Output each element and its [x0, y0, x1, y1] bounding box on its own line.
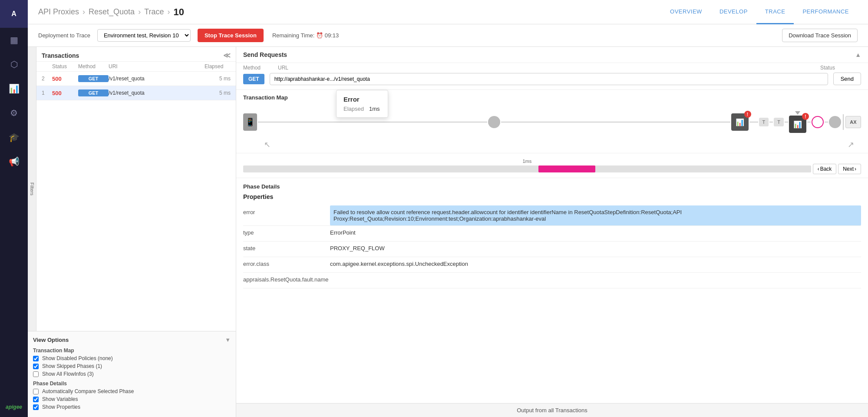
- timeline-track[interactable]: [243, 165, 811, 172]
- checkbox-compare-phase: Automatically Compare Selected Phase: [33, 388, 231, 394]
- row-elapsed: 5 ms: [205, 76, 231, 82]
- row-method: GET: [78, 75, 109, 82]
- status-col-label: Status: [820, 65, 835, 71]
- nav-overview[interactable]: OVERVIEW: [661, 0, 711, 24]
- nav-develop[interactable]: DEVELOP: [711, 0, 756, 24]
- deployment-select[interactable]: Environment test, Revision 10: [97, 29, 191, 42]
- nav-performance[interactable]: PERFORMANCE: [794, 0, 858, 24]
- download-trace-button[interactable]: Download Trace Session: [782, 29, 858, 42]
- method-badge[interactable]: GET: [243, 74, 264, 84]
- view-options-collapse[interactable]: ▼: [225, 337, 231, 343]
- phase-details: Phase Details Properties error Failed to…: [236, 178, 868, 403]
- tooltip-elapsed-value: 1ms: [369, 106, 380, 112]
- timeline-ms-label: 1ms: [522, 158, 531, 164]
- right-arrow: ↗: [848, 140, 854, 149]
- prop-row-fault-name: appraisals.ResetQuota.fault.name: [243, 273, 861, 288]
- checkbox-compare-phase-input[interactable]: [33, 389, 39, 394]
- pink-circle-node[interactable]: [812, 116, 824, 128]
- checkbox-disabled-policies: Show Disabled Policies (none): [33, 355, 231, 361]
- bar-chart-node-1[interactable]: 📊 !: [731, 113, 749, 131]
- apigee-logo: apigee: [6, 404, 22, 410]
- toolbar: Deployment to Trace Environment test, Re…: [28, 24, 868, 47]
- row-elapsed: 5 ms: [205, 90, 231, 96]
- checkbox-all-flowinfos-label: Show All FlowInfos (3): [42, 371, 94, 377]
- next-button[interactable]: Next ›: [838, 164, 861, 174]
- back-button[interactable]: ‹ Back: [813, 164, 837, 174]
- connector: [785, 122, 788, 122]
- breadcrumb-api-proxies[interactable]: API Proxies: [38, 7, 79, 17]
- t-box-2[interactable]: T: [774, 118, 784, 126]
- row-num: 1: [42, 90, 52, 96]
- nav-trace[interactable]: TRACE: [756, 0, 794, 24]
- checkbox-show-variables-input[interactable]: [33, 397, 39, 402]
- col-elapsed: Elapsed: [205, 63, 231, 70]
- checkbox-skipped-phases-label: Show Skipped Phases (1): [42, 363, 102, 369]
- checkbox-show-properties: Show Properties: [33, 404, 231, 410]
- remaining-time: 09:13: [325, 32, 339, 39]
- dashboard-icon[interactable]: ▦: [0, 28, 28, 52]
- breadcrumb-trace[interactable]: Trace: [144, 7, 164, 17]
- connector: [749, 122, 758, 122]
- send-button[interactable]: Send: [833, 73, 861, 85]
- filters-bar[interactable]: Filters: [28, 47, 36, 331]
- prop-row-error: error Failed to resolve allow count refe…: [243, 205, 861, 226]
- checkbox-all-flowinfos-input[interactable]: [33, 371, 39, 377]
- checkbox-disabled-policies-input[interactable]: [33, 356, 39, 361]
- circle-node-1[interactable]: [488, 116, 500, 128]
- settings-icon[interactable]: ⚙: [0, 101, 28, 125]
- error-tooltip: Error Elapsed 1ms: [336, 90, 388, 118]
- breadcrumb-current: 10: [173, 7, 184, 18]
- transactions-columns: Status Method URI Elapsed: [36, 62, 236, 72]
- checkbox-show-properties-input[interactable]: [33, 404, 39, 410]
- sidebar: A ▦ ⬡ 📊 ⚙ 🎓 📢 apigee: [0, 0, 28, 417]
- right-panel: Send Requests ▲ Method URL Status GET Se…: [236, 47, 868, 417]
- timeline-highlight: [538, 165, 595, 172]
- table-row[interactable]: 1 500 GET /v1/reset_quota 5 ms: [36, 86, 236, 100]
- prop-row-error-class: error.class com.apigee.kernel.exceptions…: [243, 257, 861, 273]
- learn-icon[interactable]: 🎓: [0, 125, 28, 149]
- transaction-map-label: Transaction Map: [33, 348, 231, 354]
- prop-row-state: state PROXY_REQ_FLOW: [243, 242, 861, 257]
- prop-value-error-class: com.apigee.kernel.exceptions.spi.Uncheck…: [330, 257, 861, 272]
- view-options-title: View Options: [33, 337, 69, 343]
- error-badge-1: !: [744, 111, 751, 118]
- prop-value-error[interactable]: Failed to resolve allow count reference …: [330, 205, 861, 225]
- checkbox-show-variables: Show Variables: [33, 396, 231, 402]
- checkbox-compare-phase-label: Automatically Compare Selected Phase: [42, 388, 134, 394]
- main-wrap: API Proxies › Reset_Quota › Trace › 10 O…: [28, 0, 868, 417]
- col-uri: URI: [109, 63, 205, 70]
- connector: [258, 122, 487, 122]
- publish-icon[interactable]: 📢: [0, 149, 28, 174]
- table-row[interactable]: 2 500 GET /v1/reset_quota 5 ms: [36, 72, 236, 86]
- send-requests-form: GET Send: [236, 73, 868, 90]
- prop-value-fault-name: [330, 273, 861, 288]
- api-icon[interactable]: ⬡: [0, 52, 28, 76]
- checkbox-skipped-phases-input[interactable]: [33, 364, 39, 369]
- prop-key-error-class: error.class: [243, 257, 330, 272]
- vertical-connector: [843, 114, 844, 130]
- bar-chart-node-2[interactable]: 📊 !: [789, 116, 806, 133]
- circle-node-2[interactable]: [829, 116, 841, 128]
- connector: [825, 122, 828, 122]
- timeline-controls: ‹ Back Next ›: [813, 164, 861, 174]
- url-input[interactable]: [270, 73, 828, 85]
- bottom-bar-label: Output from all Transactions: [517, 407, 587, 414]
- return-arrow-row: ↖ ↗: [243, 140, 861, 153]
- t-box-1[interactable]: T: [759, 118, 769, 126]
- connector: [501, 122, 730, 122]
- checkbox-all-flowinfos: Show All FlowInfos (3): [33, 371, 231, 377]
- top-nav: OVERVIEW DEVELOP TRACE PERFORMANCE: [661, 0, 858, 24]
- analytics-icon[interactable]: 📊: [0, 76, 28, 101]
- stop-trace-button[interactable]: Stop Trace Session: [198, 29, 264, 42]
- collapse-button[interactable]: ≪: [223, 51, 231, 60]
- prop-key-error: error: [243, 205, 330, 225]
- left-arrow: ↖: [264, 140, 271, 149]
- ax-box[interactable]: AX: [845, 116, 861, 128]
- view-options: View Options ▼ Transaction Map Show Disa…: [28, 331, 236, 417]
- timeline-section: 1ms ‹ Back Next ›: [236, 153, 868, 178]
- send-requests-collapse[interactable]: ▲: [855, 51, 861, 58]
- avatar[interactable]: A: [0, 0, 28, 28]
- breadcrumb-reset-quota[interactable]: Reset_Quota: [89, 7, 135, 17]
- phone-node[interactable]: 📱: [243, 113, 257, 131]
- phase-details-title: Phase Details: [243, 183, 861, 190]
